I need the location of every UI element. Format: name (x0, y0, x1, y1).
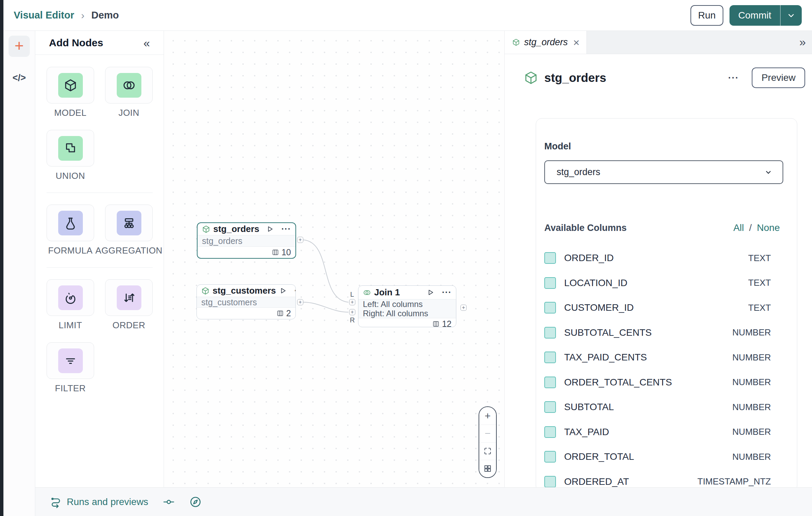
top-bar: Visual Editor › Demo Run Commit (3, 0, 812, 31)
node-join-1[interactable]: Join 1 ··· Left: All columns Right: All … (358, 285, 456, 327)
port-join-left-input[interactable]: + (349, 299, 355, 305)
column-checkbox[interactable] (544, 302, 556, 314)
runs-and-previews-button[interactable]: Runs and previews (50, 496, 148, 508)
node-stg-orders[interactable]: stg_orders ··· stg_orders 10 (197, 222, 296, 259)
port-stg-orders-output[interactable]: + (297, 237, 303, 243)
palette-item-union[interactable]: UNION (47, 130, 94, 181)
breadcrumb-current: Demo (91, 10, 119, 21)
column-row: SUBTOTAL_CENTS NUMBER (544, 320, 789, 345)
column-checkbox[interactable] (544, 327, 556, 339)
node-more-button[interactable]: ··· (294, 286, 296, 295)
column-type: TEXT (748, 278, 771, 288)
add-nodes-panel: Add Nodes « MODEL JOIN (35, 31, 164, 487)
column-name: ORDERED_AT (564, 476, 629, 487)
join-left-config: Left: All columns (363, 299, 452, 309)
palette-item-join[interactable]: JOIN (105, 67, 153, 118)
node-footer: 2 (197, 308, 295, 319)
breadcrumb-visual-editor[interactable]: Visual Editor (14, 10, 74, 21)
union-shapes-icon (64, 142, 77, 155)
palette-item-filter[interactable]: FILTER (47, 342, 94, 394)
hierarchy-icon (122, 216, 136, 230)
palette-group-shape: LIMIT ORDER FILTER (47, 279, 153, 394)
node-header: Join 1 ··· (358, 286, 456, 299)
column-checkbox[interactable] (544, 426, 556, 438)
preview-button[interactable]: Preview (752, 67, 805, 88)
column-row: ORDERED_AT TIMESTAMP_NTZ (544, 469, 789, 488)
node-body: Left: All columns Right: All columns (358, 299, 456, 318)
compass-button[interactable] (189, 496, 202, 508)
layout-grid-button[interactable] (479, 460, 496, 477)
code-view-button[interactable]: </> (12, 73, 26, 83)
panel-title: stg_orders (544, 71, 606, 85)
port-join-right-input[interactable]: + (349, 309, 355, 315)
run-node-button[interactable] (427, 288, 434, 296)
collapse-right-panel-icon[interactable]: » (799, 35, 806, 48)
app-window: Visual Editor › Demo Run Commit + </> Ad… (0, 0, 812, 516)
run-node-button[interactable] (279, 287, 287, 295)
panel-more-button[interactable]: ··· (728, 73, 739, 83)
panel-tab-bar: stg_orders × » (505, 31, 812, 54)
add-nodes-title: Add Nodes (49, 37, 103, 49)
play-icon (279, 287, 287, 295)
commit-button[interactable]: Commit (729, 5, 780, 26)
commit-split-button: Commit (729, 5, 802, 26)
route-icon (50, 496, 62, 508)
column-checkbox[interactable] (544, 451, 556, 463)
chevron-down-icon (787, 11, 796, 20)
port-join-output[interactable]: + (460, 305, 467, 311)
sort-arrows-icon (122, 291, 136, 305)
zoom-in-button[interactable]: + (479, 407, 496, 425)
port-stg-customers-output[interactable]: + (297, 299, 303, 305)
model-label: Model (544, 141, 789, 152)
fit-view-button[interactable] (479, 442, 496, 460)
palette-divider (47, 267, 153, 268)
available-columns-header: Available Columns All / None (544, 222, 789, 233)
palette-item-model[interactable]: MODEL (47, 67, 94, 118)
columns-icon (432, 320, 440, 327)
select-none-link[interactable]: None (757, 222, 780, 233)
run-button[interactable]: Run (690, 5, 723, 26)
model-select[interactable]: stg_orders (544, 160, 783, 184)
column-checkbox[interactable] (544, 352, 556, 363)
zoom-out-button[interactable]: − (479, 425, 496, 442)
play-icon (266, 225, 274, 233)
column-checkbox[interactable] (544, 476, 556, 487)
columns-icon (277, 310, 284, 317)
commit-dropdown-button[interactable] (781, 5, 802, 26)
node-header: stg_customers ··· (197, 285, 295, 297)
column-name: LOCATION_ID (564, 278, 627, 288)
commit-node-button[interactable] (163, 496, 175, 508)
select-all-link[interactable]: All (733, 222, 744, 233)
node-more-button[interactable]: ··· (281, 225, 291, 233)
tab-stg-orders[interactable]: stg_orders × (505, 31, 587, 54)
column-checkbox[interactable] (544, 377, 556, 388)
column-checkbox[interactable] (544, 401, 556, 413)
flow-canvas[interactable]: stg_orders ··· stg_orders 10 stg_custome… (164, 31, 504, 487)
cube-icon (524, 71, 538, 85)
column-checkbox[interactable] (544, 277, 556, 289)
play-icon (427, 288, 434, 296)
close-tab-icon[interactable]: × (573, 37, 580, 48)
column-row: ORDER_ID TEXT (544, 246, 789, 271)
node-footer: 10 (198, 247, 295, 258)
palette-item-formula[interactable]: FORMULA (47, 205, 94, 256)
node-body: stg_orders (198, 235, 295, 247)
column-type: TEXT (748, 303, 771, 313)
column-checkbox[interactable] (544, 252, 556, 264)
collapse-panel-icon[interactable]: « (143, 37, 150, 49)
join-left-port-label: L (350, 291, 354, 298)
add-nodes-body: MODEL JOIN UNION (35, 55, 164, 394)
palette-item-aggregation[interactable]: AGGREGATION (105, 205, 153, 256)
palette-item-order[interactable]: ORDER (105, 279, 153, 331)
column-row: TAX_PAID_CENTS NUMBER (544, 345, 789, 370)
add-node-button[interactable]: + (9, 36, 30, 57)
node-header: stg_orders ··· (198, 223, 295, 235)
column-type: NUMBER (732, 452, 771, 462)
chevron-down-icon (764, 168, 773, 177)
palette-item-limit[interactable]: LIMIT (47, 279, 94, 331)
node-more-button[interactable]: ··· (442, 288, 452, 297)
node-stg-customers[interactable]: stg_customers ··· stg_customers 2 (196, 284, 296, 319)
column-name: TAX_PAID (564, 427, 609, 438)
run-node-button[interactable] (266, 225, 274, 233)
panel-header: stg_orders ··· Preview (524, 67, 805, 88)
